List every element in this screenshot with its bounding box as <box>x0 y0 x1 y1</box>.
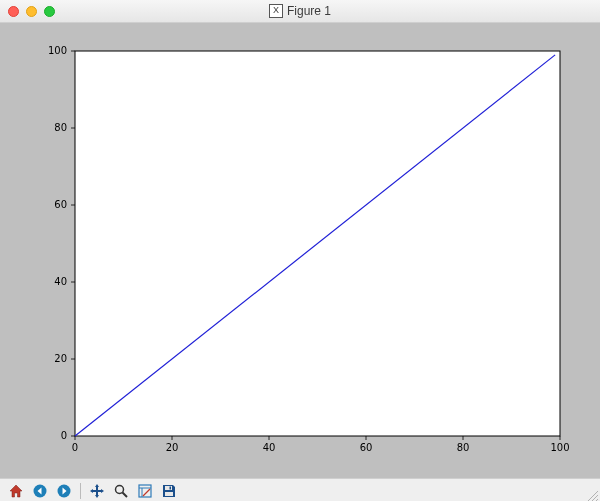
zoom-button[interactable] <box>111 481 131 501</box>
home-button[interactable] <box>6 481 26 501</box>
window-title-text: Figure 1 <box>287 4 331 18</box>
zoom-window-icon[interactable] <box>44 6 55 17</box>
matplotlib-toolbar <box>0 478 600 501</box>
x-tick-label: 40 <box>263 442 276 453</box>
titlebar: X Figure 1 <box>0 0 600 23</box>
resize-grip-icon[interactable] <box>586 489 598 501</box>
y-tick-label: 100 <box>48 45 67 56</box>
y-tick-label: 40 <box>54 276 67 287</box>
pan-icon <box>89 483 105 499</box>
back-icon <box>32 483 48 499</box>
y-tick-label: 80 <box>54 122 67 133</box>
x-tick-label: 60 <box>360 442 373 453</box>
save-button[interactable] <box>159 481 179 501</box>
pan-button[interactable] <box>87 481 107 501</box>
x-tick-label: 80 <box>457 442 470 453</box>
y-tick-label: 0 <box>61 430 67 441</box>
svg-rect-15 <box>93 490 101 492</box>
y-tick-label: 20 <box>54 353 67 364</box>
figure-window: X Figure 1 020406080100020406080100 <box>0 0 600 501</box>
close-icon[interactable] <box>8 6 19 17</box>
svg-point-16 <box>116 486 124 494</box>
svg-line-17 <box>123 493 128 498</box>
home-icon <box>8 483 24 499</box>
save-icon <box>161 483 177 499</box>
figure-canvas: 020406080100020406080100 <box>0 23 600 478</box>
x-tick-label: 100 <box>550 442 569 453</box>
forward-icon <box>56 483 72 499</box>
minimize-icon[interactable] <box>26 6 37 17</box>
forward-button[interactable] <box>54 481 74 501</box>
window-title: X Figure 1 <box>0 4 600 18</box>
x-tick-label: 0 <box>72 442 78 453</box>
svg-line-21 <box>143 489 150 496</box>
x11-icon: X <box>269 4 283 18</box>
y-tick-label: 60 <box>54 199 67 210</box>
subplots-icon <box>137 483 153 499</box>
svg-rect-24 <box>165 492 173 496</box>
zoom-icon <box>113 483 129 499</box>
svg-rect-23 <box>170 487 172 490</box>
toolbar-separator <box>80 483 81 499</box>
plot: 020406080100020406080100 <box>20 36 580 466</box>
svg-rect-18 <box>139 485 151 497</box>
x-tick-label: 20 <box>166 442 179 453</box>
subplots-button[interactable] <box>135 481 155 501</box>
back-button[interactable] <box>30 481 50 501</box>
